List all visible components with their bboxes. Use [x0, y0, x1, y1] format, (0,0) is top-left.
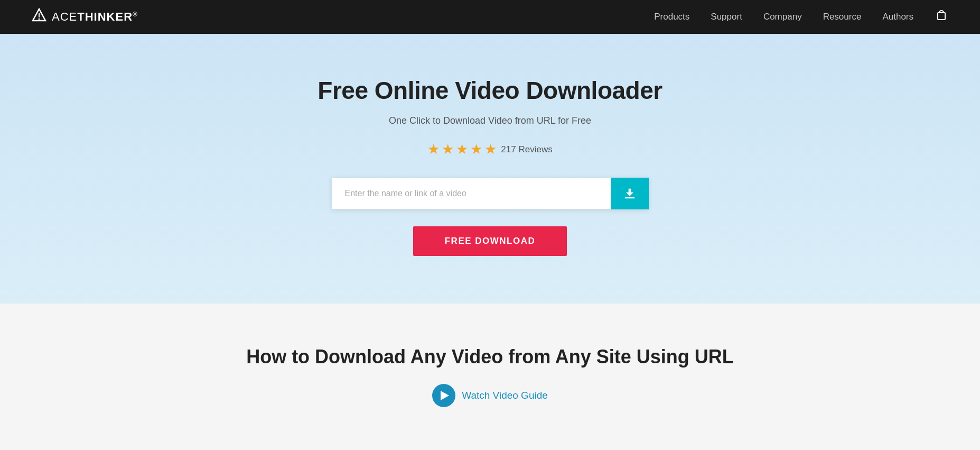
watch-guide-label[interactable]: Watch Video Guide	[462, 390, 548, 401]
logo-area: ACETHINKER®	[32, 8, 138, 26]
search-download-button[interactable]	[611, 178, 649, 209]
star-3: ★	[456, 141, 468, 158]
nav-products[interactable]: Products	[654, 12, 689, 22]
free-download-button[interactable]: FREE DOWNLOAD	[413, 226, 567, 256]
reviews-count: 217 Reviews	[501, 144, 552, 155]
hero-subtitle: One Click to Download Video from URL for…	[389, 115, 591, 126]
svg-rect-3	[938, 13, 945, 20]
nav-company[interactable]: Company	[763, 12, 802, 22]
logo-thinker: THINKER	[77, 10, 133, 23]
star-1: ★	[427, 141, 440, 158]
search-bar	[332, 178, 649, 209]
how-to-section: How to Download Any Video from Any Site …	[0, 304, 980, 450]
star-half: ★	[484, 141, 497, 158]
ratings-row: ★ ★ ★ ★ ★ 217 Reviews	[427, 141, 552, 158]
play-triangle-icon	[441, 391, 449, 400]
star-2: ★	[442, 141, 454, 158]
watch-guide-row[interactable]: Watch Video Guide	[432, 384, 548, 407]
download-icon	[622, 186, 637, 201]
nav-resource[interactable]: Resource	[823, 12, 862, 22]
logo-ace: ACE	[52, 10, 77, 23]
how-to-title: How to Download Any Video from Any Site …	[246, 346, 734, 368]
star-rating: ★ ★ ★ ★ ★	[427, 141, 497, 158]
nav-authors[interactable]: Authors	[882, 12, 913, 22]
logo-text: ACETHINKER®	[52, 10, 138, 24]
svg-rect-4	[624, 197, 634, 198]
hero-title: Free Online Video Downloader	[318, 76, 662, 105]
logo-registered: ®	[133, 11, 138, 18]
cart-icon[interactable]	[935, 8, 948, 25]
hero-section: Free Online Video Downloader One Click t…	[0, 34, 980, 304]
navbar-links: Products Support Company Resource Author…	[654, 8, 948, 25]
logo-icon	[32, 8, 46, 26]
star-4: ★	[470, 141, 482, 158]
svg-point-2	[39, 19, 40, 20]
navbar: ACETHINKER® Products Support Company Res…	[0, 0, 980, 34]
nav-support[interactable]: Support	[711, 12, 742, 22]
play-button-circle[interactable]	[432, 384, 455, 407]
search-input[interactable]	[332, 178, 611, 209]
